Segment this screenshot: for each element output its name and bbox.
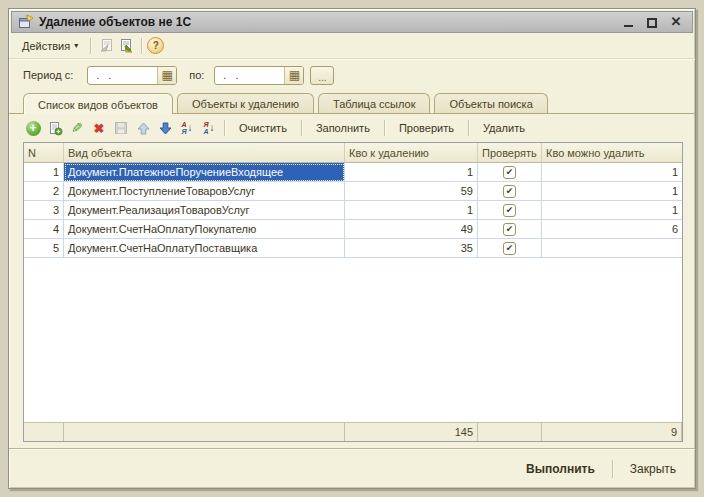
arrow-down-icon	[159, 122, 172, 135]
row-number-cell[interactable]: 1	[24, 163, 64, 182]
qty-can-delete-cell[interactable]: 1	[542, 201, 682, 220]
period-more-button[interactable]: ...	[310, 66, 334, 85]
checkbox[interactable]: ✔	[503, 166, 516, 179]
main-toolbar: Действия ▾ ?	[9, 33, 695, 59]
row-number-cell[interactable]: 2	[24, 182, 64, 201]
qty-can-delete-cell[interactable]: 1	[542, 163, 682, 182]
move-up-button[interactable]	[133, 118, 153, 138]
actions-label: Действия	[22, 40, 70, 52]
check-cell[interactable]: ✔	[478, 220, 542, 239]
qty-can-delete-cell[interactable]: 1	[542, 182, 682, 201]
close-window-button[interactable]: Закрыть	[621, 457, 685, 481]
window-controls: ✕	[622, 16, 686, 28]
toolbar-separator	[90, 38, 91, 54]
object-type-cell[interactable]: Документ.СчетНаОплатуПоставщика	[64, 239, 345, 258]
qty-can-delete-cell[interactable]	[542, 239, 682, 258]
period-to-field[interactable]: . . ▦	[214, 66, 304, 85]
period-to-label: по:	[189, 69, 204, 81]
arrow-up-icon	[137, 122, 150, 135]
check-cell[interactable]: ✔	[478, 163, 542, 182]
toolbar-separator	[384, 120, 385, 136]
end-edit-button[interactable]	[111, 118, 131, 138]
row-number-cell[interactable]: 3	[24, 201, 64, 220]
actions-menu-button[interactable]: Действия ▾	[15, 37, 85, 55]
maximize-button[interactable]	[646, 16, 658, 28]
delete-icon: ✖	[94, 122, 105, 135]
table-empty-area	[24, 258, 682, 422]
sort-az-icon: АЯ ↓	[181, 121, 192, 135]
sort-descending-button[interactable]: ЯА ↓	[199, 118, 219, 138]
minimize-button[interactable]	[622, 16, 634, 28]
table-totals-row: 145 9	[24, 422, 682, 441]
qty-to-delete-cell[interactable]: 49	[345, 220, 478, 239]
checkbox[interactable]: ✔	[503, 185, 516, 198]
add-row-button[interactable]: +	[23, 118, 43, 138]
table-row: 4 Документ.СчетНаОплатуПокупателю 49 ✔ 6	[24, 220, 682, 239]
execute-button[interactable]: Выполнить	[517, 457, 604, 481]
toolbar-separator	[141, 38, 142, 54]
qty-can-delete-cell[interactable]: 6	[542, 220, 682, 239]
object-type-cell[interactable]: Документ.РеализацияТоваровУслуг	[64, 201, 345, 220]
qty-to-delete-cell[interactable]: 35	[345, 239, 478, 258]
object-types-table: N Вид объекта Кво к удалению Проверять К…	[23, 142, 683, 442]
restore-values-icon[interactable]	[96, 36, 116, 56]
maximize-icon	[647, 18, 657, 28]
plus-icon: +	[26, 121, 41, 136]
table-row: 5 Документ.СчетНаОплатуПоставщика 35 ✔	[24, 239, 682, 258]
close-button[interactable]: ✕	[670, 16, 682, 28]
object-type-cell[interactable]: Документ.СчетНаОплатуПокупателю	[64, 220, 345, 239]
period-from-field[interactable]: . . ▦	[87, 66, 177, 85]
tab-panel: + ✎ ✖	[9, 114, 695, 448]
table-body: 1 Документ.ПлатежноеПоручениеВходящее 1 …	[24, 163, 682, 258]
checkbox[interactable]: ✔	[503, 223, 516, 236]
check-cell[interactable]: ✔	[478, 239, 542, 258]
grid-toolbar: + ✎ ✖	[23, 114, 683, 142]
row-number-cell[interactable]: 4	[24, 220, 64, 239]
calendar-icon[interactable]: ▦	[157, 67, 176, 84]
qty-to-delete-cell[interactable]: 1	[345, 163, 478, 182]
header-object-type: Вид объекта	[64, 143, 345, 162]
object-type-cell[interactable]: Документ.ПлатежноеПоручениеВходящее	[64, 163, 345, 182]
window-title: Удаление объектов не 1С	[39, 15, 622, 29]
help-icon[interactable]: ?	[147, 37, 164, 54]
save-values-icon[interactable]	[116, 36, 136, 56]
period-from-label: Период с:	[23, 69, 73, 81]
tab-links-table[interactable]: Таблица ссылок	[318, 93, 431, 113]
header-check: Проверять	[478, 143, 542, 162]
delete-row-button[interactable]: ✖	[89, 118, 109, 138]
check-cell[interactable]: ✔	[478, 201, 542, 220]
tabs-bar: Список видов объектов Объекты к удалению…	[9, 89, 695, 114]
close-icon: ✕	[671, 16, 682, 28]
app-window: Удаление объектов не 1С ✕ Действия ▾	[8, 8, 696, 489]
copy-row-button[interactable]	[45, 118, 65, 138]
checkbox[interactable]: ✔	[503, 204, 516, 217]
check-button[interactable]: Проверить	[390, 118, 463, 138]
delete-objects-button[interactable]: Удалить	[474, 118, 534, 138]
move-down-button[interactable]	[155, 118, 175, 138]
totals-n-cell	[24, 423, 64, 441]
toolbar-separator	[301, 120, 302, 136]
tab-objects-to-delete[interactable]: Объекты к удалению	[177, 93, 314, 113]
clear-button[interactable]: Очистить	[230, 118, 296, 138]
header-qty-can-delete: Кво можно удалить	[542, 143, 682, 162]
check-cell[interactable]: ✔	[478, 182, 542, 201]
calendar-icon[interactable]: ▦	[284, 67, 303, 84]
totals-qty-cell: 145	[345, 423, 478, 441]
tab-object-types-list[interactable]: Список видов объектов	[23, 93, 173, 114]
tab-search-objects[interactable]: Объекты поиска	[434, 93, 547, 113]
pencil-icon: ✎	[71, 121, 83, 135]
row-number-cell[interactable]: 5	[24, 239, 64, 258]
edit-row-button[interactable]: ✎	[67, 118, 87, 138]
minimize-icon	[624, 25, 633, 27]
fill-button[interactable]: Заполнить	[307, 118, 379, 138]
qty-to-delete-cell[interactable]: 59	[345, 182, 478, 201]
footer-separator	[612, 460, 613, 478]
chevron-down-icon: ▾	[74, 41, 78, 50]
footer-bar: Выполнить Закрыть	[9, 448, 695, 488]
sort-ascending-button[interactable]: АЯ ↓	[177, 118, 197, 138]
qty-to-delete-cell[interactable]: 1	[345, 201, 478, 220]
totals-name-cell	[64, 423, 345, 441]
object-type-cell[interactable]: Документ.ПоступлениеТоваровУслуг	[64, 182, 345, 201]
checkbox[interactable]: ✔	[503, 242, 516, 255]
period-row: Период с: . . ▦ по: . . ▦ ...	[9, 59, 695, 89]
